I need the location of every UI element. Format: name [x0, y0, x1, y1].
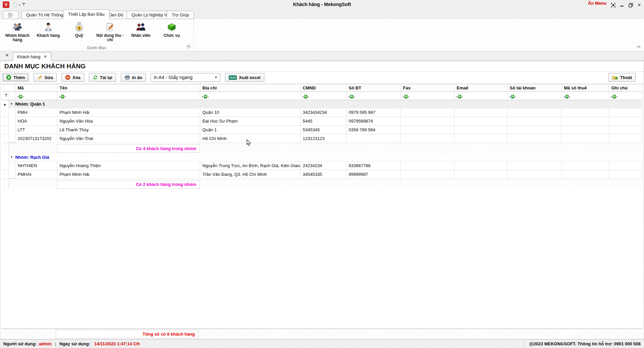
filter-cell-8[interactable]: aBc [561, 92, 609, 100]
abc-filter-icon[interactable]: aBc [202, 95, 209, 98]
abc-filter-icon[interactable]: aBc [611, 95, 618, 98]
ribbon-item-khach-hang[interactable]: Khách hàng [33, 21, 64, 42]
abc-filter-icon[interactable]: aBc [59, 95, 66, 98]
cell-Email[interactable] [454, 117, 507, 126]
delete-button[interactable]: Xóa [61, 73, 84, 82]
cell-Số ĐT[interactable]: 0358 789 564 [346, 126, 400, 134]
cell-Địa chỉ[interactable]: Quận 1 [200, 126, 300, 134]
hide-menu-button[interactable]: Ẩn Menu [588, 1, 606, 6]
cell-Fax[interactable] [400, 117, 454, 126]
column-header-9[interactable]: Ghi chú [609, 84, 642, 92]
edit-button[interactable]: Sửa [34, 73, 57, 82]
column-header-8[interactable]: Mã số thuế [561, 84, 609, 92]
abc-filter-icon[interactable]: aBc [17, 95, 24, 98]
filter-cell-0[interactable]: aBc [15, 92, 57, 100]
cell-Số tài khoản[interactable] [507, 108, 561, 117]
cell-Địa chỉ[interactable]: Nguyễn Trung Trực, An Bình, Rạch Giá, Ki… [200, 161, 300, 170]
abc-filter-icon[interactable]: aBc [303, 95, 309, 98]
group-cell[interactable]: ▼Nhóm: Rạch Giá [9, 153, 642, 161]
column-header-3[interactable]: CMND [300, 84, 346, 92]
cell-Địa chỉ[interactable]: Trần Văn Đang, Q3, Hồ Chí Minh [200, 170, 300, 179]
group-dialog-launcher-icon[interactable] [186, 44, 191, 50]
cell-Ghi chú[interactable] [609, 170, 642, 179]
cell-Email[interactable] [454, 170, 507, 179]
column-header-4[interactable]: Số ĐT [346, 84, 400, 92]
column-header-7[interactable]: Số tài khoản [507, 84, 561, 92]
collapse-ribbon-icon[interactable] [637, 44, 641, 50]
column-header-0[interactable]: Mã [15, 84, 57, 92]
cell-Fax[interactable] [400, 134, 454, 143]
cell-Tên[interactable]: Phạm Minh Hải [57, 170, 200, 179]
cell-Tên[interactable]: Phạm Minh Hải [57, 108, 200, 117]
table-row[interactable]: PMHAIPhạm Minh HảiTrần Văn Đang, Q3, Hồ … [2, 170, 642, 179]
collapse-group-icon[interactable]: ▼ [10, 102, 13, 106]
ribbon-menu-tab[interactable] [3, 11, 18, 19]
cell-Tên[interactable]: Lê Thanh Thúy [57, 126, 200, 134]
table-row[interactable]: LTTLê Thanh ThúyQuận 153453450358 789 56… [2, 126, 642, 134]
cell-CMND[interactable]: 5445 [300, 117, 346, 126]
tab-thiet-lap-ban-dau[interactable]: Thiết Lập Ban Đầu [63, 9, 109, 19]
cell-Ghi chú[interactable] [609, 161, 642, 170]
cell-Địa chỉ[interactable]: Đại Học Sư Phạm [200, 117, 300, 126]
cell-Số tài khoản[interactable] [507, 134, 561, 143]
column-header-5[interactable]: Fax [400, 84, 454, 92]
print-layout-select[interactable]: In A4 - Giấy ngang ▼ [151, 73, 220, 82]
filter-cell-4[interactable]: aBc [346, 92, 400, 100]
cell-Số ĐT[interactable]: 0979 595 987 [346, 108, 400, 117]
table-row[interactable]: 20230713173202Nguyễn Văn TháiHồ Chí Minh… [2, 134, 642, 143]
cell-Số ĐT[interactable] [346, 134, 400, 143]
table-row[interactable]: HOANguyễn Văn HòaĐại Học Sư Phạm54450979… [2, 117, 642, 126]
cell-Tên[interactable]: Nguyễn Hoàng Thiện [57, 161, 200, 170]
cell-Số tài khoản[interactable] [507, 161, 561, 170]
print-button[interactable]: In ấn [121, 73, 146, 82]
abc-filter-icon[interactable]: aBc [509, 95, 516, 98]
cell-Mã[interactable]: HOA [15, 117, 57, 126]
filter-cell-2[interactable]: aBc [200, 92, 300, 100]
cell-Mã số thuế[interactable] [561, 134, 609, 143]
close-icon[interactable]: ✕ [637, 3, 642, 7]
cell-Email[interactable] [454, 134, 507, 143]
cell-Mã[interactable]: PMHAI [15, 170, 57, 179]
cell-Ghi chú[interactable] [609, 134, 642, 143]
filter-cell-5[interactable]: aBc [400, 92, 454, 100]
cell-Fax[interactable] [400, 170, 454, 179]
group-row-0[interactable]: ▶▼Nhóm: Quận 1 [2, 100, 642, 108]
fullscreen-icon[interactable] [610, 3, 616, 7]
cell-Số tài khoản[interactable] [507, 170, 561, 179]
filter-cell-9[interactable]: aBc [609, 92, 642, 100]
cell-CMND[interactable]: 3423434234 [300, 108, 346, 117]
cell-Tên[interactable]: Nguyễn Văn Hòa [57, 117, 200, 126]
table-row[interactable]: PMHPhạm Minh HảiQuận 1034234342340979 59… [2, 108, 642, 117]
restore-icon[interactable] [628, 3, 633, 7]
column-header-2[interactable]: Địa chỉ [200, 84, 300, 92]
cell-Mã số thuế[interactable] [561, 170, 609, 179]
ribbon-item-quy[interactable]: $ Quỹ [64, 21, 95, 42]
cell-Ghi chú[interactable] [609, 126, 642, 134]
export-excel-button[interactable]: XLSX Xuất excel [225, 73, 264, 82]
cell-Email[interactable] [454, 161, 507, 170]
cell-Mã số thuế[interactable] [561, 126, 609, 134]
cell-Fax[interactable] [400, 126, 454, 134]
cell-Fax[interactable] [400, 108, 454, 117]
table-row[interactable]: NHTHIENNguyễn Hoàng ThiệnNguyễn Trung Tr… [2, 161, 642, 170]
filter-cell-6[interactable]: aBc [454, 92, 507, 100]
cell-Số ĐT[interactable]: 0979569874 [346, 117, 400, 126]
column-header-1[interactable]: Tên [57, 84, 200, 92]
cell-Mã[interactable]: 20230713173202 [15, 134, 57, 143]
filter-cell-7[interactable]: aBc [507, 92, 561, 100]
cell-Mã số thuế[interactable] [561, 161, 609, 170]
group-cell[interactable]: ▼Nhóm: Quận 1 [9, 100, 642, 108]
cell-Số tài khoản[interactable] [507, 126, 561, 134]
tab-tro-giup[interactable]: Trợ Giúp [167, 11, 194, 19]
cell-Số tài khoản[interactable] [507, 117, 561, 126]
abc-filter-icon[interactable]: aBc [564, 95, 571, 98]
cell-Số ĐT[interactable]: 99999987 [346, 170, 400, 179]
group-row-1[interactable]: ▼Nhóm: Rạch Giá [2, 153, 642, 161]
exit-button[interactable]: Thoát [608, 73, 636, 82]
cell-CMND[interactable]: 123123123 [300, 134, 346, 143]
cell-Mã[interactable]: LTT [15, 126, 57, 134]
cell-Fax[interactable] [400, 161, 454, 170]
ribbon-item-chuc-vu[interactable]: Chức vụ [156, 21, 187, 42]
cell-Email[interactable] [454, 126, 507, 134]
tab-quan-tri-he-thong[interactable]: Quản Trị Hệ Thống [21, 11, 68, 19]
